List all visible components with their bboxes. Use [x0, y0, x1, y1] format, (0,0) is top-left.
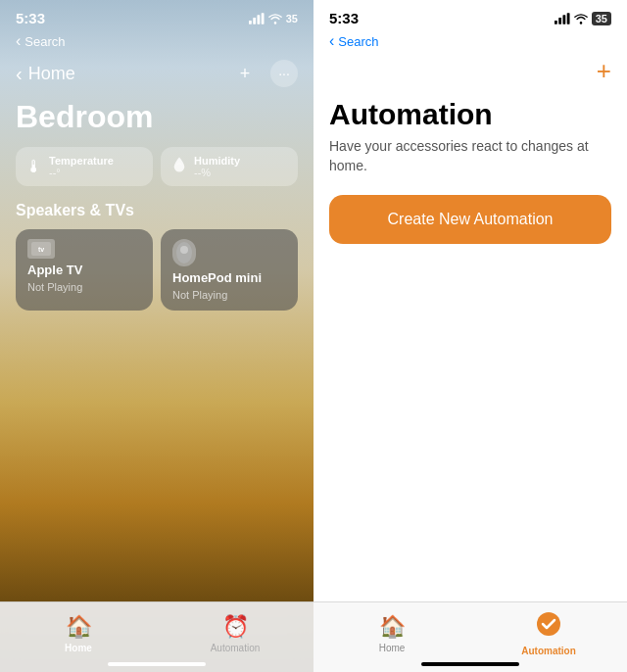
spacer-left — [0, 311, 314, 601]
temperature-info: Temperature --° — [49, 155, 114, 178]
home-indicator-right — [421, 662, 519, 666]
back-chevron-right[interactable]: ‹ — [329, 32, 334, 50]
svg-rect-1 — [253, 18, 256, 24]
svg-rect-9 — [558, 18, 561, 24]
homepod-card[interactable]: HomePod mini Not Playing — [161, 229, 298, 311]
right-panel: 5:33 35 ‹ Search + Automation — [314, 0, 627, 672]
plus-button-right[interactable]: + — [597, 56, 611, 86]
page-title-right: Automation — [314, 86, 627, 137]
tab-bar-right: 🏠 Home Automation — [314, 601, 627, 672]
status-icons-right: 35 — [555, 12, 611, 25]
svg-rect-8 — [555, 20, 557, 24]
home-label-text[interactable]: Home — [28, 64, 75, 84]
home-nav-left[interactable]: ‹ Home — [16, 63, 75, 85]
tab-automation-left[interactable]: ⏰ Automation — [157, 602, 314, 664]
svg-rect-0 — [249, 20, 252, 24]
humidity-sensor[interactable]: Humidity --% — [161, 147, 298, 186]
humidity-info: Humidity --% — [194, 155, 240, 178]
temperature-value: --° — [49, 167, 114, 178]
search-label-right[interactable]: Search — [338, 34, 378, 49]
nav-row-left: ‹ Home + ··· — [0, 56, 314, 95]
nav-icons-left: + ··· — [231, 60, 298, 87]
create-automation-button[interactable]: Create New Automation — [329, 195, 611, 244]
humidity-label: Humidity — [194, 155, 240, 167]
automation-tab-icon-left: ⏰ — [222, 614, 249, 640]
left-panel: 5:33 35 ‹ Search — [0, 0, 314, 672]
svg-rect-2 — [257, 15, 260, 24]
automation-tab-label-left: Automation — [211, 643, 261, 653]
automation-tab-label-right: Automation — [521, 646, 576, 656]
add-icon-left[interactable]: + — [231, 60, 259, 87]
section-label: Speakers & TVs — [0, 202, 314, 229]
svg-rect-3 — [261, 13, 264, 24]
homepod-svg — [174, 240, 194, 265]
homepod-status: Not Playing — [172, 289, 227, 301]
home-tab-icon-left: 🏠 — [66, 614, 92, 640]
page-subtitle-right: Have your accessories react to changes a… — [314, 137, 627, 195]
humidity-svg — [170, 156, 188, 173]
home-tab-label-left: Home — [65, 643, 92, 653]
svg-text:tv: tv — [38, 246, 44, 253]
humidity-value: --% — [194, 167, 240, 178]
svg-rect-11 — [566, 13, 569, 24]
temperature-icon: 🌡 — [25, 157, 43, 177]
tab-home-left[interactable]: 🏠 Home — [0, 602, 157, 664]
automation-check-icon — [536, 611, 561, 637]
homepod-icon — [172, 239, 196, 266]
more-icon-left[interactable]: ··· — [270, 60, 298, 87]
time-left: 5:33 — [16, 10, 45, 26]
status-icons-left: 35 — [249, 13, 298, 24]
wifi-icon-left — [268, 13, 282, 24]
apple-tv-card[interactable]: tv Apple TV Not Playing — [16, 229, 153, 311]
tab-home-right[interactable]: 🏠 Home — [314, 602, 470, 664]
signal-icon-right — [555, 13, 570, 24]
home-indicator-left — [108, 662, 206, 666]
status-bar-left: 5:33 35 — [0, 0, 314, 30]
automation-tab-icon-right — [536, 611, 561, 643]
home-tab-icon-right: 🏠 — [379, 614, 406, 640]
left-content: 5:33 35 ‹ Search — [0, 0, 314, 672]
battery-left: 35 — [286, 13, 298, 24]
apple-tv-icon: tv — [27, 239, 55, 259]
back-chevron-home[interactable]: ‹ — [16, 63, 23, 85]
apple-tv-logo: tv — [31, 242, 51, 256]
plus-area: + — [314, 56, 627, 86]
search-label-left[interactable]: Search — [24, 34, 65, 49]
temperature-sensor[interactable]: 🌡 Temperature --° — [16, 147, 153, 186]
homepod-name: HomePod mini — [172, 270, 262, 285]
status-bar-right: 5:33 35 — [314, 0, 627, 30]
time-right: 5:33 — [329, 10, 359, 26]
svg-rect-10 — [562, 15, 565, 24]
devices-row: tv Apple TV Not Playing HomePod mini Not… — [0, 229, 314, 311]
sensors-row: 🌡 Temperature --° Humidity --% — [0, 147, 314, 202]
humidity-icon — [170, 156, 188, 178]
apple-tv-name: Apple TV — [27, 263, 82, 277]
temperature-label: Temperature — [49, 155, 114, 167]
wifi-icon-right — [574, 13, 588, 24]
room-title: Bedroom — [0, 95, 314, 147]
apple-tv-status: Not Playing — [27, 281, 82, 293]
tab-bar-left: 🏠 Home ⏰ Automation — [0, 601, 314, 672]
back-chevron-left[interactable]: ‹ — [16, 32, 21, 50]
battery-right: 35 — [592, 12, 611, 25]
svg-point-7 — [180, 246, 188, 254]
svg-point-12 — [537, 612, 560, 636]
tab-automation-right[interactable]: Automation — [470, 602, 627, 664]
home-tab-label-right: Home — [379, 643, 406, 653]
signal-icon-left — [249, 13, 265, 24]
spacer-right — [314, 264, 627, 601]
search-row-right[interactable]: ‹ Search — [314, 30, 627, 56]
search-row-left[interactable]: ‹ Search — [0, 30, 314, 56]
